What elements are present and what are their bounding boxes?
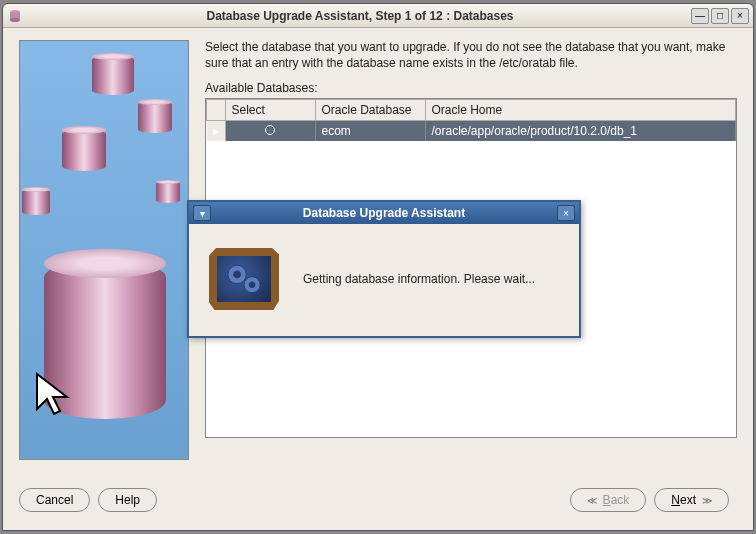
svg-point-2 xyxy=(10,18,20,22)
next-label: ext xyxy=(680,493,696,507)
dialog-close-button[interactable]: × xyxy=(557,205,575,221)
window-controls: — □ × xyxy=(691,8,749,24)
main-window: Database Upgrade Assistant, Step 1 of 12… xyxy=(2,3,754,531)
next-button[interactable]: Next ≫ xyxy=(654,488,729,512)
close-button[interactable]: × xyxy=(731,8,749,24)
chevron-left-icon: ≪ xyxy=(587,495,597,506)
dialog-body: Getting database information. Please wai… xyxy=(189,224,579,334)
cancel-button[interactable]: Cancel xyxy=(19,488,90,512)
back-label: ack xyxy=(611,493,630,507)
scroll-header xyxy=(207,100,226,121)
available-databases-label: Available Databases: xyxy=(205,81,737,95)
row-select-radio[interactable] xyxy=(225,121,315,142)
row-db-name: ecom xyxy=(315,121,425,142)
svg-point-4 xyxy=(234,271,241,278)
svg-point-6 xyxy=(249,282,255,288)
row-marker: ▸ xyxy=(207,121,226,142)
dialog-minimize-button[interactable]: ▾ xyxy=(193,205,211,221)
back-button[interactable]: ≪ Back xyxy=(570,488,647,512)
window-title: Database Upgrade Assistant, Step 1 of 12… xyxy=(29,9,691,23)
col-select[interactable]: Select xyxy=(225,100,315,121)
cursor-icon xyxy=(32,369,82,419)
table-row[interactable]: ▸ ecom /oracle/app/oracle/product/10.2.0… xyxy=(207,121,736,142)
maximize-button[interactable]: □ xyxy=(711,8,729,24)
instruction-text: Select the database that you want to upg… xyxy=(205,40,737,71)
col-oracle-home[interactable]: Oracle Home xyxy=(425,100,736,121)
wizard-sidebar-image xyxy=(19,40,189,460)
row-oracle-home: /oracle/app/oracle/product/10.2.0/db_1 xyxy=(425,121,736,142)
minimize-button[interactable]: — xyxy=(691,8,709,24)
wizard-button-bar: Cancel Help ≪ Back Next ≫ xyxy=(3,478,753,522)
app-icon xyxy=(7,8,23,24)
chevron-right-icon: ≫ xyxy=(702,495,712,506)
dialog-title: Database Upgrade Assistant xyxy=(211,206,557,220)
progress-dialog: ▾ Database Upgrade Assistant × xyxy=(187,200,581,338)
titlebar[interactable]: Database Upgrade Assistant, Step 1 of 12… xyxy=(3,4,753,28)
dialog-message: Getting database information. Please wai… xyxy=(303,272,535,286)
dialog-titlebar[interactable]: ▾ Database Upgrade Assistant × xyxy=(189,202,579,224)
gears-icon xyxy=(205,244,283,314)
help-button[interactable]: Help xyxy=(98,488,157,512)
col-oracle-database[interactable]: Oracle Database xyxy=(315,100,425,121)
